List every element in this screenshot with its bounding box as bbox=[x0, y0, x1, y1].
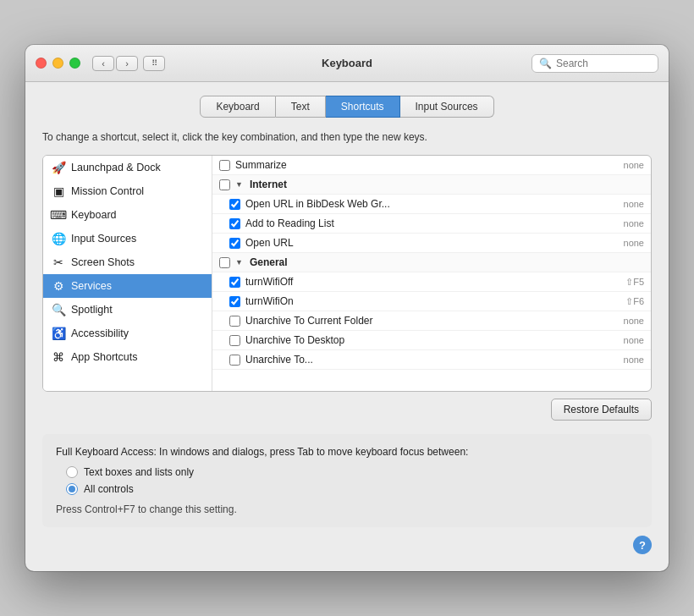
checkbox-unarchive-to[interactable] bbox=[229, 355, 240, 366]
screenshots-icon: ✂ bbox=[52, 256, 65, 269]
sidebar-item-keyboard[interactable]: ⌨ Keyboard bbox=[43, 203, 212, 227]
shortcut-row-unarchive-current[interactable]: Unarchive To Current Folder none bbox=[212, 311, 651, 331]
search-icon: 🔍 bbox=[539, 58, 552, 69]
sidebar-label-accessibility: Accessibility bbox=[71, 327, 129, 339]
shortcut-group-general[interactable]: ▼ General bbox=[212, 253, 651, 272]
sidebar-item-screenshots[interactable]: ✂ Screen Shots bbox=[43, 250, 212, 274]
sidebar-label-launchpad: Launchpad & Dock bbox=[71, 162, 161, 173]
sidebar-label-app-shortcuts: App Shortcuts bbox=[71, 351, 138, 363]
collapse-triangle-internet: ▼ bbox=[235, 180, 243, 189]
shortcut-label-unarchive-current: Unarchive To Current Folder bbox=[245, 315, 605, 327]
shortcut-label-turnwifion: turnWifiOn bbox=[245, 295, 605, 307]
help-button[interactable]: ? bbox=[633, 536, 652, 554]
shortcut-row-turnwifion[interactable]: turnWifiOn ⇧F6 bbox=[212, 292, 651, 311]
sidebar-item-mission-control[interactable]: ▣ Mission Control bbox=[43, 179, 212, 203]
nav-buttons: ‹ › bbox=[92, 56, 138, 71]
shortcut-row-open-url[interactable]: Open URL none bbox=[212, 234, 651, 253]
restore-btn-row: Restore Defaults bbox=[42, 399, 652, 421]
keyboard-window: ‹ › ⠿ Keyboard 🔍 Keyboard Text Shortcuts… bbox=[25, 45, 669, 571]
shortcut-row-unarchive-to[interactable]: Unarchive To... none bbox=[212, 350, 651, 370]
checkbox-add-reading-list[interactable] bbox=[229, 218, 240, 229]
titlebar: ‹ › ⠿ Keyboard 🔍 bbox=[25, 45, 669, 82]
services-icon: ⚙ bbox=[52, 279, 65, 293]
close-button[interactable] bbox=[36, 58, 47, 69]
checkbox-general[interactable] bbox=[219, 257, 230, 268]
launchpad-icon: 🚀 bbox=[52, 161, 65, 174]
shortcut-key-turnwifioff: ⇧F5 bbox=[610, 277, 644, 288]
shortcut-label-turnwifioff: turnWifiOff bbox=[245, 276, 605, 288]
sidebar-item-launchpad[interactable]: 🚀 Launchpad & Dock bbox=[43, 156, 212, 179]
input-sources-icon: 🌐 bbox=[52, 232, 65, 245]
maximize-button[interactable] bbox=[69, 58, 80, 69]
tab-shortcuts[interactable]: Shortcuts bbox=[326, 96, 400, 118]
radio-label-all-controls: All controls bbox=[84, 483, 134, 495]
shortcut-key-open-url: none bbox=[610, 238, 644, 248]
forward-button[interactable]: › bbox=[116, 56, 138, 71]
sidebar-label-input-sources: Input Sources bbox=[71, 233, 136, 245]
restore-defaults-button[interactable]: Restore Defaults bbox=[551, 399, 652, 421]
checkbox-turnwifioff[interactable] bbox=[229, 277, 240, 288]
sidebar-item-accessibility[interactable]: ♿ Accessibility bbox=[43, 322, 212, 345]
shortcut-key-add-reading-list: none bbox=[610, 218, 644, 228]
sidebar-label-spotlight: Spotlight bbox=[71, 304, 113, 316]
radio-row-all-controls[interactable]: All controls bbox=[66, 483, 638, 495]
checkbox-turnwifion[interactable] bbox=[229, 296, 240, 307]
collapse-triangle-general: ▼ bbox=[235, 258, 243, 267]
tab-input-sources[interactable]: Input Sources bbox=[400, 96, 494, 118]
checkbox-summarize[interactable] bbox=[219, 160, 230, 171]
sidebar-label-mission-control: Mission Control bbox=[71, 185, 144, 197]
shortcut-group-internet[interactable]: ▼ Internet bbox=[212, 175, 651, 195]
full-keyboard-access-section: Full Keyboard Access: In windows and dia… bbox=[42, 434, 652, 527]
radio-row-text-boxes[interactable]: Text boxes and lists only bbox=[66, 466, 638, 478]
minimize-button[interactable] bbox=[52, 58, 63, 69]
shortcut-key-unarchive-current: none bbox=[610, 316, 644, 326]
sidebar-item-services[interactable]: ⚙ Services bbox=[43, 274, 212, 298]
content-area: Keyboard Text Shortcuts Input Sources To… bbox=[25, 82, 669, 571]
shortcut-label-summarize: Summarize bbox=[235, 159, 605, 171]
checkbox-unarchive-current[interactable] bbox=[229, 316, 240, 327]
checkbox-internet[interactable] bbox=[219, 179, 230, 190]
shortcut-label-open-url-bibdesk: Open URL in BibDesk Web Gr... bbox=[245, 198, 605, 210]
shortcut-row-add-reading-list[interactable]: Add to Reading List none bbox=[212, 214, 651, 234]
grid-button[interactable]: ⠿ bbox=[143, 56, 165, 71]
sidebar-item-spotlight[interactable]: 🔍 Spotlight bbox=[43, 298, 212, 322]
shortcut-label-general: General bbox=[250, 256, 644, 268]
shortcut-label-open-url: Open URL bbox=[245, 237, 605, 249]
search-bar[interactable]: 🔍 bbox=[532, 54, 658, 73]
spotlight-icon: 🔍 bbox=[52, 303, 65, 316]
shortcut-label-unarchive-to: Unarchive To... bbox=[245, 354, 605, 366]
shortcut-label-add-reading-list: Add to Reading List bbox=[245, 217, 605, 229]
traffic-lights bbox=[36, 58, 80, 69]
sidebar-item-app-shortcuts[interactable]: ⌘ App Shortcuts bbox=[43, 345, 212, 369]
shortcut-row-open-url-bibdesk[interactable]: Open URL in BibDesk Web Gr... none bbox=[212, 195, 651, 214]
sidebar-label-screenshots: Screen Shots bbox=[71, 256, 135, 268]
search-input[interactable] bbox=[556, 58, 651, 69]
shortcut-label-unarchive-desktop: Unarchive To Desktop bbox=[245, 334, 605, 346]
shortcut-label-internet: Internet bbox=[250, 179, 644, 190]
sidebar-item-input-sources[interactable]: 🌐 Input Sources bbox=[43, 227, 212, 250]
shortcuts-panel: Summarize none ▼ Internet Open URL in Bi… bbox=[212, 156, 651, 391]
shortcut-key-unarchive-desktop: none bbox=[610, 335, 644, 345]
window-title: Keyboard bbox=[322, 57, 372, 69]
shortcut-row-unarchive-desktop[interactable]: Unarchive To Desktop none bbox=[212, 331, 651, 350]
press-hint: Press Control+F7 to change this setting. bbox=[56, 503, 638, 515]
checkbox-open-url[interactable] bbox=[229, 238, 240, 249]
sidebar-label-services: Services bbox=[71, 280, 112, 292]
shortcut-row-turnwifioff[interactable]: turnWifiOff ⇧F5 bbox=[212, 272, 651, 292]
instruction-text: To change a shortcut, select it, click t… bbox=[42, 129, 652, 145]
tab-text[interactable]: Text bbox=[276, 96, 326, 118]
checkbox-open-url-bibdesk[interactable] bbox=[229, 199, 240, 210]
accessibility-icon: ♿ bbox=[52, 327, 65, 340]
checkbox-unarchive-desktop[interactable] bbox=[229, 335, 240, 346]
shortcut-key-turnwifion: ⇧F6 bbox=[610, 296, 644, 307]
radio-text-boxes[interactable] bbox=[66, 466, 78, 478]
keyboard-icon: ⌨ bbox=[52, 208, 65, 222]
app-shortcuts-icon: ⌘ bbox=[52, 350, 65, 364]
tab-bar: Keyboard Text Shortcuts Input Sources bbox=[42, 96, 652, 118]
tab-keyboard[interactable]: Keyboard bbox=[200, 96, 275, 118]
back-button[interactable]: ‹ bbox=[92, 56, 114, 71]
help-row: ? bbox=[42, 536, 652, 554]
shortcuts-list[interactable]: Summarize none ▼ Internet Open URL in Bi… bbox=[212, 156, 651, 391]
shortcut-row-summarize[interactable]: Summarize none bbox=[212, 156, 651, 175]
radio-all-controls[interactable] bbox=[66, 483, 78, 495]
